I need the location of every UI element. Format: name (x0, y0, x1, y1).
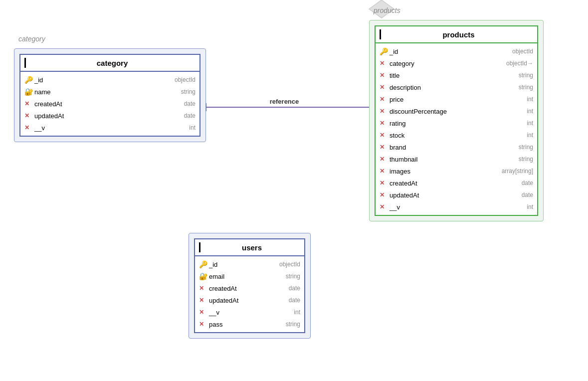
x-icon: ✕ (380, 132, 389, 139)
field-name: description (389, 84, 519, 91)
products-table-rows: 🔑 _id objectId ✕ category objectId→ ✕ ti… (376, 43, 537, 215)
x-icon: ✕ (380, 203, 389, 210)
field-type: int (294, 309, 300, 316)
field-type: int (527, 120, 533, 127)
field-type: objectId (512, 48, 533, 55)
table-row: ✕ pass string (195, 318, 304, 330)
field-name: rating (389, 120, 527, 127)
category-cursor (24, 58, 26, 68)
products-entity: products products 🔑 _id objectId ✕ categ… (369, 20, 544, 221)
field-type: int (527, 132, 533, 139)
x-icon: ✕ (380, 96, 389, 103)
x-icon: ✕ (199, 321, 208, 328)
table-row: ✕ price int (376, 93, 537, 105)
category-table-header: category (20, 55, 199, 72)
table-row: ✕ brand string (376, 141, 537, 153)
field-type: int (527, 96, 533, 103)
field-type: date (522, 180, 533, 187)
field-type: string (519, 84, 533, 91)
category-wrapper-label: category (18, 35, 45, 43)
field-name: updatedAt (208, 297, 289, 304)
connector-label: reference (270, 98, 299, 105)
field-type: string (519, 144, 533, 151)
x-icon: ✕ (24, 124, 33, 131)
table-row: ✕ category objectId→ (376, 57, 537, 69)
table-row: ✕ updatedAt date (20, 110, 199, 122)
field-name: _id (208, 261, 279, 268)
x-icon: ✕ (199, 309, 208, 316)
products-table: products 🔑 _id objectId ✕ category objec… (375, 25, 538, 216)
products-cursor (380, 29, 381, 39)
x-icon: ✕ (380, 72, 389, 79)
field-name: updatedAt (33, 112, 184, 120)
key-icon: 🔑 (24, 76, 33, 84)
field-type: array[string] (502, 168, 533, 175)
table-row: ✕ createdAt date (376, 177, 537, 189)
field-name: _id (389, 48, 512, 55)
field-name: discountPercentage (389, 108, 527, 115)
field-name: createdAt (33, 100, 184, 108)
field-name: name (33, 88, 181, 96)
table-row: ✕ title string (376, 69, 537, 81)
table-row: 🔐 name string (20, 86, 199, 98)
field-type: string (519, 72, 533, 79)
field-type: objectId (279, 261, 300, 268)
key-icon: 🔑 (199, 260, 208, 268)
field-type: string (519, 156, 533, 163)
field-name: _id (33, 76, 175, 84)
category-entity: category category 🔑 _id objectId 🔐 name … (14, 48, 206, 142)
field-type: date (289, 297, 300, 304)
field-name: images (389, 168, 502, 175)
x-icon: ✕ (380, 168, 389, 175)
x-icon: ✕ (24, 112, 33, 119)
field-name: email (208, 273, 286, 280)
field-type: int (527, 108, 533, 115)
field-type: date (184, 100, 196, 107)
x-icon: ✕ (380, 84, 389, 91)
field-name: stock (389, 132, 527, 139)
field-type: date (289, 285, 300, 292)
field-name: title (389, 72, 519, 79)
field-type: string (181, 88, 196, 95)
table-row: ✕ __v int (195, 306, 304, 318)
table-row: ✕ thumbnail string (376, 153, 537, 165)
table-row: 🔐 email string (195, 270, 304, 282)
table-row: 🔑 _id objectId (376, 45, 537, 57)
table-row: 🔑 _id objectId (20, 74, 199, 86)
field-type: string (286, 273, 300, 280)
key2-icon: 🔐 (199, 272, 208, 280)
users-table-header: users (195, 239, 304, 256)
key2-icon: 🔐 (24, 88, 33, 96)
x-icon: ✕ (380, 156, 389, 163)
table-row: ✕ stock int (376, 129, 537, 141)
x-icon: ✕ (199, 297, 208, 304)
field-name: category (389, 60, 506, 67)
field-name: brand (389, 144, 519, 151)
field-name: __v (33, 124, 189, 132)
products-table-title: products (384, 30, 533, 39)
table-row: ✕ createdAt date (195, 282, 304, 294)
table-row: ✕ createdAt date (20, 98, 199, 110)
table-row: ✕ description string (376, 81, 537, 93)
table-row: ✕ updatedAt date (195, 294, 304, 306)
table-row: ✕ rating int (376, 117, 537, 129)
key-icon: 🔑 (380, 47, 389, 55)
users-cursor (199, 242, 200, 252)
users-entity: users 🔑 _id objectId 🔐 email string ✕ cr… (189, 233, 311, 339)
field-name: __v (208, 309, 294, 316)
category-table-title: category (29, 59, 196, 67)
field-name: thumbnail (389, 156, 519, 163)
x-icon: ✕ (380, 144, 389, 151)
field-type: objectId→ (506, 60, 533, 67)
x-icon: ✕ (380, 60, 389, 67)
table-row: ✕ images array[string] (376, 165, 537, 177)
field-name: createdAt (208, 285, 289, 292)
products-wrapper-label: products (374, 6, 400, 14)
field-type: date (522, 191, 533, 198)
x-icon: ✕ (380, 108, 389, 115)
field-name: price (389, 96, 527, 103)
users-table-rows: 🔑 _id objectId 🔐 email string ✕ createdA… (195, 256, 304, 332)
x-icon: ✕ (199, 285, 208, 292)
table-row: ✕ updatedAt date (376, 189, 537, 201)
x-icon: ✕ (24, 100, 33, 107)
